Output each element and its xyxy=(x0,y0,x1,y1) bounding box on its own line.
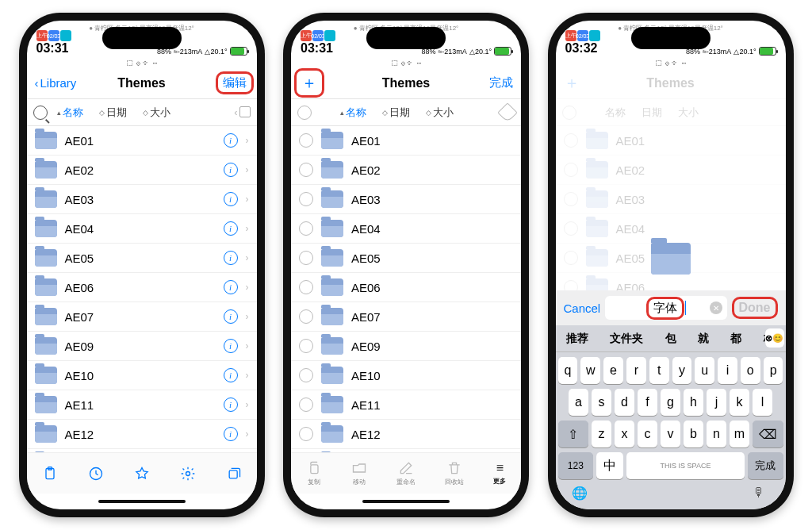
numbers-key[interactable]: 123 xyxy=(558,452,594,479)
svg-rect-4 xyxy=(229,470,237,478)
sort-size[interactable]: ◇大小 xyxy=(136,106,177,120)
emoji-drawer-icon[interactable]: ⊗😊 xyxy=(765,328,784,348)
home-indicator[interactable] xyxy=(291,494,521,509)
file-list[interactable]: AE01 AE02 AE03 AE04 AE05 AE06 AE07 AE09 … xyxy=(291,126,521,452)
key-q[interactable]: q xyxy=(558,357,578,384)
info-icon[interactable]: i xyxy=(224,280,238,294)
folder-icon xyxy=(35,161,57,179)
list-item[interactable]: AE12i› xyxy=(27,420,257,449)
list-item[interactable]: AE07i› xyxy=(27,302,257,332)
status-right: 88%≈-213mA△20.1° xyxy=(157,47,247,56)
sort-name[interactable]: ▴名称 xyxy=(334,106,373,120)
home-indicator[interactable] xyxy=(27,494,257,509)
list-item[interactable]: AE01 xyxy=(291,126,521,156)
sort-name[interactable]: ▴名称 xyxy=(51,106,90,120)
return-key[interactable]: 完成 xyxy=(748,452,783,479)
info-icon[interactable]: i xyxy=(224,368,238,382)
prediction-bar[interactable]: 推荐 文件夹 包 就 都 格 ⊗😊 xyxy=(556,325,786,352)
view-toggle[interactable]: ‹ xyxy=(234,106,250,118)
tab-recent[interactable] xyxy=(88,466,104,482)
more-button[interactable]: ≡更多 xyxy=(493,461,506,486)
sort-bar: ▴名称 ◇日期 ◇大小 xyxy=(291,99,521,126)
info-icon[interactable]: i xyxy=(224,309,238,324)
navbar: ‹Library Themes 编辑 xyxy=(27,67,257,99)
done-button[interactable]: Done xyxy=(732,297,778,319)
navbar: ＋ Themes 完成 xyxy=(291,67,521,99)
list-item[interactable]: AE10i› xyxy=(27,361,257,390)
list-item[interactable]: AE05 xyxy=(291,244,521,273)
tab-settings[interactable] xyxy=(180,466,196,482)
folder-name-input[interactable]: 字体 ✕ xyxy=(605,296,726,320)
key-row-4: 123 中 THIS IS SPACE 完成 xyxy=(558,452,783,479)
list-item[interactable]: AE06i› xyxy=(27,273,257,302)
sort-bar: ▴名称 ◇日期 ◇大小 ‹ xyxy=(27,99,257,126)
info-icon[interactable]: i xyxy=(224,133,238,148)
keyboard[interactable]: 推荐 文件夹 包 就 都 格 ⊗😊 qwertyuiop asdfghjkl ⇧… xyxy=(556,325,786,509)
page-title: Themes xyxy=(117,76,165,90)
svg-rect-5 xyxy=(310,465,317,474)
list-item[interactable]: AE05i› xyxy=(27,244,257,273)
list-item[interactable]: AE09 xyxy=(291,332,521,361)
list-item[interactable]: AE01i› xyxy=(27,126,257,156)
list-item[interactable]: AE09i› xyxy=(27,332,257,361)
rename-button[interactable]: 重命名 xyxy=(396,460,416,486)
info-icon[interactable]: i xyxy=(224,339,238,353)
file-list[interactable]: AE01i› AE02i› AE03i› AE04i› AE05i› AE06i… xyxy=(27,126,257,452)
select-all-radio[interactable] xyxy=(297,106,312,120)
list-item[interactable]: AE06 xyxy=(291,273,521,302)
list-item[interactable]: AE04 xyxy=(291,214,521,244)
sort-date[interactable]: ◇日期 xyxy=(93,106,133,120)
search-icon[interactable] xyxy=(33,106,48,120)
select-radio[interactable] xyxy=(299,133,313,148)
clear-icon[interactable]: ✕ xyxy=(710,301,722,314)
sort-size[interactable]: ◇大小 xyxy=(419,106,460,120)
back-button[interactable]: ‹Library xyxy=(35,76,82,90)
screen-3: ● 青柠区 多云13° 最高温16最低温12° 上午02/03 03:32 88… xyxy=(556,21,786,509)
screen-1: ● 青柠区 多云13° 最高温16最低温12° 上午 02/03 03:31 8… xyxy=(27,21,257,509)
edit-button[interactable]: 编辑 xyxy=(201,73,249,93)
info-icon[interactable]: i xyxy=(224,251,238,265)
sort-date[interactable]: ◇日期 xyxy=(376,106,416,120)
tab-favorite[interactable] xyxy=(134,466,150,482)
chevron-right-icon: › xyxy=(246,135,249,146)
list-item[interactable]: AE07 xyxy=(291,302,521,332)
info-icon[interactable]: i xyxy=(224,221,238,236)
move-button[interactable]: 移动 xyxy=(351,460,367,486)
list-item[interactable]: AE11 xyxy=(291,390,521,420)
list-item[interactable]: AE02i› xyxy=(27,156,257,185)
folder-icon xyxy=(35,132,57,149)
status-calendar: 上午 02/03 xyxy=(36,30,71,41)
folder-icon xyxy=(35,337,57,355)
folder-icon xyxy=(35,190,57,208)
list-item[interactable]: AE12 xyxy=(291,420,521,449)
add-button[interactable]: ＋ xyxy=(299,70,347,96)
info-icon[interactable]: i xyxy=(224,398,238,412)
folder-icon xyxy=(35,425,57,443)
status-time: 03:31 xyxy=(36,41,71,56)
cancel-button[interactable]: Cancel xyxy=(564,301,601,315)
backspace-key[interactable]: ⌫ xyxy=(753,421,783,447)
lang-key[interactable]: 中 xyxy=(596,452,623,479)
tag-icon[interactable] xyxy=(500,106,515,120)
list-item[interactable]: AE03 xyxy=(291,185,521,214)
done-button[interactable]: 完成 xyxy=(465,75,513,90)
list-item[interactable]: AE04i› xyxy=(27,214,257,244)
info-icon[interactable]: i xyxy=(224,427,238,441)
list-item[interactable]: AE03i› xyxy=(27,185,257,214)
globe-icon[interactable]: 🌐 xyxy=(572,486,589,503)
folder-icon xyxy=(35,249,57,267)
list-item[interactable]: AE11i› xyxy=(27,390,257,420)
trash-button[interactable]: 回收站 xyxy=(445,460,464,486)
info-icon[interactable]: i xyxy=(224,163,238,177)
tab-windows[interactable] xyxy=(226,466,242,482)
tab-clipboard[interactable] xyxy=(42,466,58,482)
mic-icon[interactable]: 🎙 xyxy=(753,486,770,503)
folder-icon xyxy=(35,278,57,296)
list-item[interactable]: AE10 xyxy=(291,361,521,390)
info-icon[interactable]: i xyxy=(224,192,238,206)
list-item[interactable]: AE02 xyxy=(291,156,521,185)
space-key[interactable]: THIS IS SPACE xyxy=(626,452,745,479)
edit-toolbar: 复制 移动 重命名 回收站 ≡更多 xyxy=(291,452,521,494)
copy-button[interactable]: 复制 xyxy=(306,460,322,486)
shift-key[interactable]: ⇧ xyxy=(558,421,589,447)
